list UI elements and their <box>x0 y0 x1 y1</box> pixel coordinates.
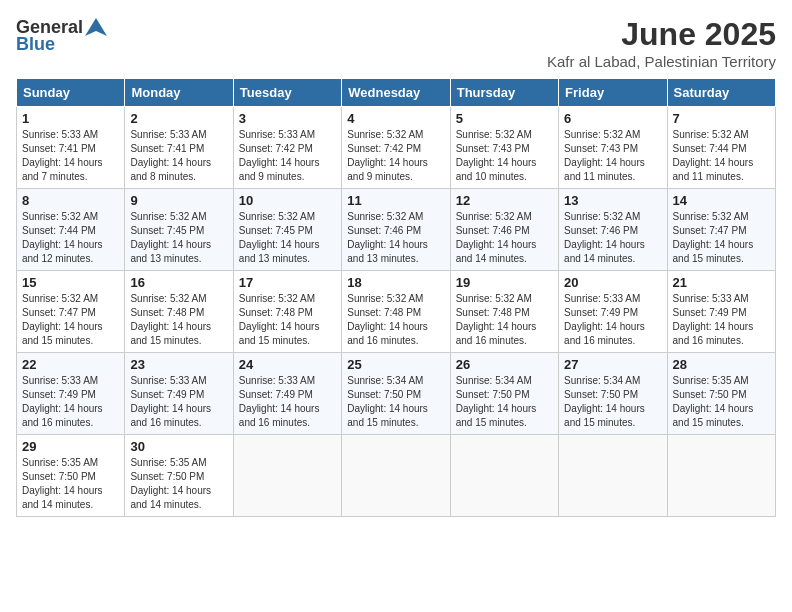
calendar-cell: 10Sunrise: 5:32 AMSunset: 7:45 PMDayligh… <box>233 189 341 271</box>
calendar-cell: 20Sunrise: 5:33 AMSunset: 7:49 PMDayligh… <box>559 271 667 353</box>
calendar-cell: 25Sunrise: 5:34 AMSunset: 7:50 PMDayligh… <box>342 353 450 435</box>
calendar-title-area: June 2025 Kafr al Labad, Palestinian Ter… <box>547 16 776 70</box>
header-saturday: Saturday <box>667 79 775 107</box>
calendar-cell: 4Sunrise: 5:32 AMSunset: 7:42 PMDaylight… <box>342 107 450 189</box>
day-number: 12 <box>456 193 553 208</box>
day-number: 4 <box>347 111 444 126</box>
calendar-cell: 7Sunrise: 5:32 AMSunset: 7:44 PMDaylight… <box>667 107 775 189</box>
calendar-cell: 12Sunrise: 5:32 AMSunset: 7:46 PMDayligh… <box>450 189 558 271</box>
day-info: Sunrise: 5:32 AMSunset: 7:48 PMDaylight:… <box>239 292 336 348</box>
day-info: Sunrise: 5:33 AMSunset: 7:41 PMDaylight:… <box>22 128 119 184</box>
day-number: 20 <box>564 275 661 290</box>
logo: General Blue <box>16 16 107 55</box>
day-info: Sunrise: 5:32 AMSunset: 7:42 PMDaylight:… <box>347 128 444 184</box>
day-number: 30 <box>130 439 227 454</box>
calendar-cell: 23Sunrise: 5:33 AMSunset: 7:49 PMDayligh… <box>125 353 233 435</box>
day-number: 22 <box>22 357 119 372</box>
day-number: 18 <box>347 275 444 290</box>
day-info: Sunrise: 5:33 AMSunset: 7:41 PMDaylight:… <box>130 128 227 184</box>
day-number: 5 <box>456 111 553 126</box>
day-info: Sunrise: 5:33 AMSunset: 7:49 PMDaylight:… <box>22 374 119 430</box>
day-info: Sunrise: 5:32 AMSunset: 7:45 PMDaylight:… <box>239 210 336 266</box>
calendar-cell <box>450 435 558 517</box>
day-info: Sunrise: 5:35 AMSunset: 7:50 PMDaylight:… <box>673 374 770 430</box>
calendar-cell: 14Sunrise: 5:32 AMSunset: 7:47 PMDayligh… <box>667 189 775 271</box>
calendar-cell <box>342 435 450 517</box>
day-number: 3 <box>239 111 336 126</box>
day-number: 9 <box>130 193 227 208</box>
day-info: Sunrise: 5:34 AMSunset: 7:50 PMDaylight:… <box>456 374 553 430</box>
calendar-week-row: 8Sunrise: 5:32 AMSunset: 7:44 PMDaylight… <box>17 189 776 271</box>
header-friday: Friday <box>559 79 667 107</box>
calendar-cell: 8Sunrise: 5:32 AMSunset: 7:44 PMDaylight… <box>17 189 125 271</box>
calendar-cell: 11Sunrise: 5:32 AMSunset: 7:46 PMDayligh… <box>342 189 450 271</box>
calendar-cell: 3Sunrise: 5:33 AMSunset: 7:42 PMDaylight… <box>233 107 341 189</box>
day-info: Sunrise: 5:32 AMSunset: 7:48 PMDaylight:… <box>130 292 227 348</box>
day-info: Sunrise: 5:33 AMSunset: 7:49 PMDaylight:… <box>239 374 336 430</box>
day-info: Sunrise: 5:32 AMSunset: 7:46 PMDaylight:… <box>456 210 553 266</box>
header-sunday: Sunday <box>17 79 125 107</box>
day-info: Sunrise: 5:32 AMSunset: 7:46 PMDaylight:… <box>347 210 444 266</box>
day-info: Sunrise: 5:32 AMSunset: 7:45 PMDaylight:… <box>130 210 227 266</box>
day-info: Sunrise: 5:32 AMSunset: 7:47 PMDaylight:… <box>22 292 119 348</box>
day-number: 25 <box>347 357 444 372</box>
day-number: 27 <box>564 357 661 372</box>
day-info: Sunrise: 5:32 AMSunset: 7:48 PMDaylight:… <box>456 292 553 348</box>
header-tuesday: Tuesday <box>233 79 341 107</box>
day-number: 6 <box>564 111 661 126</box>
day-info: Sunrise: 5:33 AMSunset: 7:49 PMDaylight:… <box>564 292 661 348</box>
day-number: 10 <box>239 193 336 208</box>
calendar-cell: 22Sunrise: 5:33 AMSunset: 7:49 PMDayligh… <box>17 353 125 435</box>
day-number: 26 <box>456 357 553 372</box>
location-title: Kafr al Labad, Palestinian Territory <box>547 53 776 70</box>
day-info: Sunrise: 5:32 AMSunset: 7:44 PMDaylight:… <box>673 128 770 184</box>
header-monday: Monday <box>125 79 233 107</box>
calendar-cell <box>233 435 341 517</box>
calendar-cell: 24Sunrise: 5:33 AMSunset: 7:49 PMDayligh… <box>233 353 341 435</box>
header-wednesday: Wednesday <box>342 79 450 107</box>
day-number: 29 <box>22 439 119 454</box>
day-number: 13 <box>564 193 661 208</box>
calendar-cell: 17Sunrise: 5:32 AMSunset: 7:48 PMDayligh… <box>233 271 341 353</box>
calendar-cell <box>559 435 667 517</box>
day-info: Sunrise: 5:32 AMSunset: 7:47 PMDaylight:… <box>673 210 770 266</box>
calendar-cell: 15Sunrise: 5:32 AMSunset: 7:47 PMDayligh… <box>17 271 125 353</box>
calendar-cell: 13Sunrise: 5:32 AMSunset: 7:46 PMDayligh… <box>559 189 667 271</box>
day-number: 11 <box>347 193 444 208</box>
calendar-cell: 21Sunrise: 5:33 AMSunset: 7:49 PMDayligh… <box>667 271 775 353</box>
calendar-cell: 27Sunrise: 5:34 AMSunset: 7:50 PMDayligh… <box>559 353 667 435</box>
calendar-cell: 26Sunrise: 5:34 AMSunset: 7:50 PMDayligh… <box>450 353 558 435</box>
day-info: Sunrise: 5:33 AMSunset: 7:49 PMDaylight:… <box>130 374 227 430</box>
calendar-table: SundayMondayTuesdayWednesdayThursdayFrid… <box>16 78 776 517</box>
calendar-cell: 2Sunrise: 5:33 AMSunset: 7:41 PMDaylight… <box>125 107 233 189</box>
day-number: 28 <box>673 357 770 372</box>
day-info: Sunrise: 5:33 AMSunset: 7:42 PMDaylight:… <box>239 128 336 184</box>
calendar-cell: 18Sunrise: 5:32 AMSunset: 7:48 PMDayligh… <box>342 271 450 353</box>
calendar-cell: 30Sunrise: 5:35 AMSunset: 7:50 PMDayligh… <box>125 435 233 517</box>
calendar-cell <box>667 435 775 517</box>
calendar-header-row: SundayMondayTuesdayWednesdayThursdayFrid… <box>17 79 776 107</box>
calendar-cell: 16Sunrise: 5:32 AMSunset: 7:48 PMDayligh… <box>125 271 233 353</box>
day-number: 15 <box>22 275 119 290</box>
page-header: General Blue June 2025 Kafr al Labad, Pa… <box>16 16 776 70</box>
day-number: 23 <box>130 357 227 372</box>
day-number: 16 <box>130 275 227 290</box>
day-number: 21 <box>673 275 770 290</box>
calendar-cell: 9Sunrise: 5:32 AMSunset: 7:45 PMDaylight… <box>125 189 233 271</box>
day-number: 8 <box>22 193 119 208</box>
day-info: Sunrise: 5:32 AMSunset: 7:46 PMDaylight:… <box>564 210 661 266</box>
day-number: 1 <box>22 111 119 126</box>
day-info: Sunrise: 5:32 AMSunset: 7:44 PMDaylight:… <box>22 210 119 266</box>
month-title: June 2025 <box>547 16 776 53</box>
calendar-week-row: 22Sunrise: 5:33 AMSunset: 7:49 PMDayligh… <box>17 353 776 435</box>
calendar-cell: 29Sunrise: 5:35 AMSunset: 7:50 PMDayligh… <box>17 435 125 517</box>
calendar-cell: 19Sunrise: 5:32 AMSunset: 7:48 PMDayligh… <box>450 271 558 353</box>
calendar-week-row: 29Sunrise: 5:35 AMSunset: 7:50 PMDayligh… <box>17 435 776 517</box>
logo-blue-text: Blue <box>16 34 55 55</box>
day-number: 24 <box>239 357 336 372</box>
day-info: Sunrise: 5:34 AMSunset: 7:50 PMDaylight:… <box>564 374 661 430</box>
day-number: 2 <box>130 111 227 126</box>
calendar-week-row: 15Sunrise: 5:32 AMSunset: 7:47 PMDayligh… <box>17 271 776 353</box>
day-info: Sunrise: 5:35 AMSunset: 7:50 PMDaylight:… <box>22 456 119 512</box>
day-number: 14 <box>673 193 770 208</box>
